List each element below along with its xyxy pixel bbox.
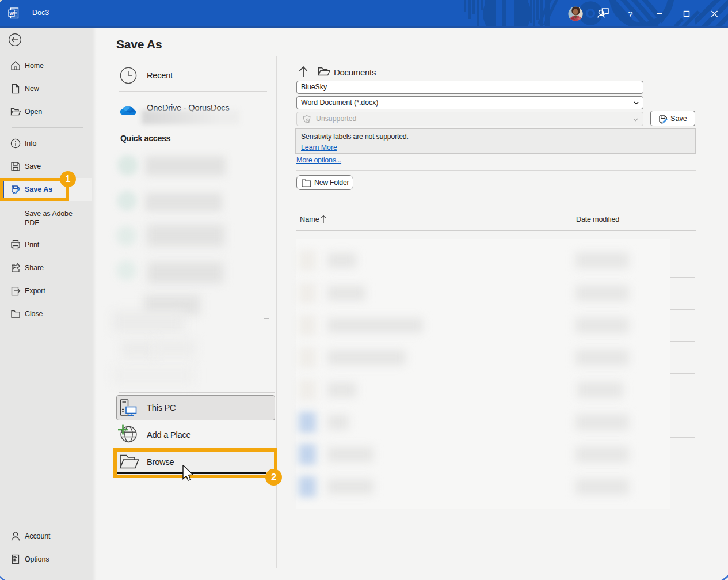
svg-text:W: W (9, 10, 14, 16)
svg-text:?: ? (628, 9, 633, 19)
